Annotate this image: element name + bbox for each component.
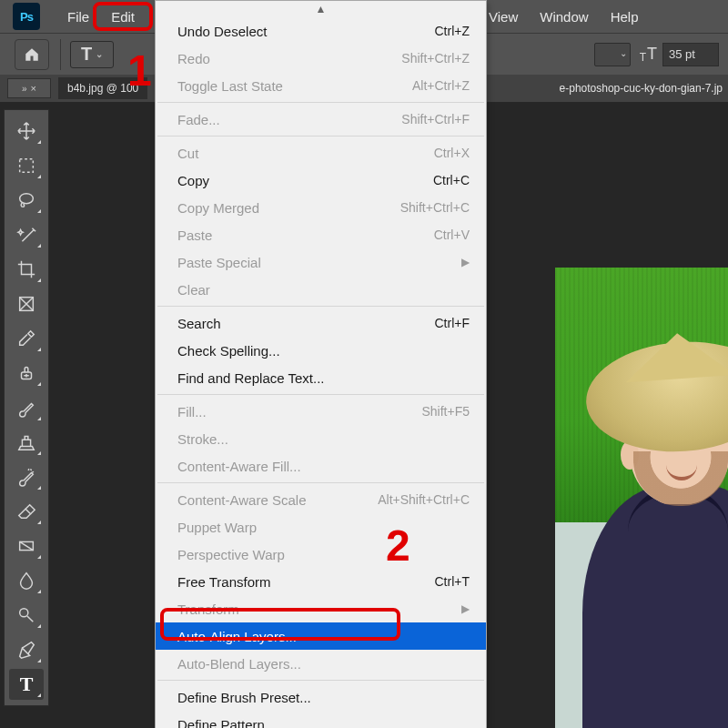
dodge-tool[interactable]	[9, 600, 44, 631]
menu-item-fade[interactable]: Fade...Shift+Ctrl+F	[156, 106, 486, 133]
tab-panel-toggle[interactable]: » ×	[7, 78, 51, 98]
chevron-right-icon: »	[22, 84, 27, 94]
crop-tool[interactable]	[9, 254, 44, 285]
svg-point-5	[20, 609, 28, 617]
annotation-number-1: 1	[127, 46, 152, 96]
menu-item-copy[interactable]: CopyCtrl+C	[156, 167, 486, 194]
magic-wand-tool[interactable]	[9, 219, 44, 250]
menu-item-check-spelling[interactable]: Check Spelling...	[156, 337, 486, 364]
clone-stamp-tool[interactable]	[9, 427, 44, 458]
submenu-arrow-icon: ▶	[461, 602, 470, 615]
menu-separator	[157, 680, 484, 681]
gradient-tool[interactable]	[9, 531, 44, 561]
menu-item-auto-align-layers[interactable]: Auto-Align Layers...	[156, 622, 486, 650]
lasso-tool[interactable]	[9, 185, 44, 216]
document-tab-right[interactable]: e-photoshop-cuc-ky-don-gian-7.jp	[560, 82, 728, 95]
menu-item-define-brush-preset[interactable]: Define Brush Preset...	[156, 683, 486, 711]
menu-item-undo[interactable]: Undo DeselectCtrl+Z	[156, 17, 486, 45]
menu-separator	[157, 306, 484, 307]
menu-item-paste-special[interactable]: Paste Special▶	[156, 248, 486, 276]
menu-item-content-aware-scale[interactable]: Content-Aware ScaleAlt+Shift+Ctrl+C	[156, 486, 486, 513]
tools-panel: T	[4, 109, 49, 706]
submenu-arrow-icon: ▶	[461, 256, 470, 268]
menu-window[interactable]: Window	[529, 4, 599, 30]
menu-separator	[157, 102, 484, 103]
menu-item-search[interactable]: SearchCtrl+F	[156, 309, 486, 337]
font-style-dropdown[interactable]: ⌄	[594, 43, 631, 66]
photoshop-logo: Ps	[13, 3, 40, 30]
menu-item-paste[interactable]: PasteCtrl+V	[156, 221, 486, 248]
font-size-control: TT 35 pt	[640, 43, 719, 66]
home-icon	[24, 46, 40, 63]
close-icon: ×	[31, 83, 36, 94]
healing-brush-tool[interactable]	[9, 358, 44, 389]
menu-item-free-transform[interactable]: Free TransformCtrl+T	[156, 568, 486, 595]
menu-separator	[157, 482, 484, 483]
svg-point-1	[20, 194, 34, 204]
type-tool[interactable]: T	[9, 669, 44, 700]
scroll-up-arrow-icon[interactable]: ▲	[156, 1, 486, 17]
menu-file[interactable]: File	[56, 4, 100, 30]
menu-item-redo[interactable]: RedoShift+Ctrl+Z	[156, 45, 486, 72]
eraser-tool[interactable]	[9, 496, 44, 527]
font-size-input[interactable]: 35 pt	[662, 43, 719, 66]
annotation-number-2: 2	[386, 521, 410, 571]
menu-item-cut[interactable]: CutCtrl+X	[156, 139, 486, 167]
menu-help[interactable]: Help	[600, 4, 650, 30]
font-size-icon: TT	[640, 45, 657, 64]
menu-separator	[157, 394, 484, 395]
menu-item-define-pattern[interactable]: Define Pattern...	[156, 711, 486, 728]
tool-preset-dropdown[interactable]: T ⌄	[70, 41, 114, 68]
divider	[60, 39, 61, 70]
menu-item-stroke[interactable]: Stroke...	[156, 425, 486, 452]
menu-separator	[157, 136, 484, 136]
eyedropper-tool[interactable]	[9, 323, 44, 354]
frame-tool[interactable]	[9, 288, 44, 319]
menu-item-transform[interactable]: Transform▶	[156, 595, 486, 622]
blur-tool[interactable]	[9, 565, 44, 596]
pen-tool[interactable]	[9, 634, 44, 665]
menu-item-perspective-warp[interactable]: Perspective Warp	[156, 541, 486, 568]
svg-rect-0	[20, 159, 34, 173]
chevron-down-icon: ⌄	[96, 49, 103, 59]
brush-tool[interactable]	[9, 392, 44, 423]
document-image	[555, 268, 728, 728]
home-button[interactable]	[15, 39, 49, 70]
menu-item-fill[interactable]: Fill...Shift+F5	[156, 398, 486, 425]
type-tool-icon: T	[81, 44, 92, 65]
edit-menu-dropdown: ▲ Undo DeselectCtrl+Z RedoShift+Ctrl+Z T…	[155, 0, 487, 728]
marquee-tool[interactable]	[9, 150, 44, 181]
menu-item-find-replace[interactable]: Find and Replace Text...	[156, 364, 486, 391]
menu-item-auto-blend-layers[interactable]: Auto-Blend Layers...	[156, 650, 486, 677]
history-brush-tool[interactable]	[9, 461, 44, 492]
menu-item-copy-merged[interactable]: Copy MergedShift+Ctrl+C	[156, 194, 486, 221]
menu-item-toggle-last-state[interactable]: Toggle Last StateAlt+Ctrl+Z	[156, 72, 486, 99]
menu-item-puppet-warp[interactable]: Puppet Warp	[156, 513, 486, 541]
chevron-down-icon: ⌄	[620, 48, 627, 58]
menu-edit[interactable]: Edit	[100, 4, 146, 30]
menu-item-content-aware-fill[interactable]: Content-Aware Fill...	[156, 452, 486, 480]
menu-item-clear[interactable]: Clear	[156, 276, 486, 303]
move-tool[interactable]	[9, 116, 44, 147]
